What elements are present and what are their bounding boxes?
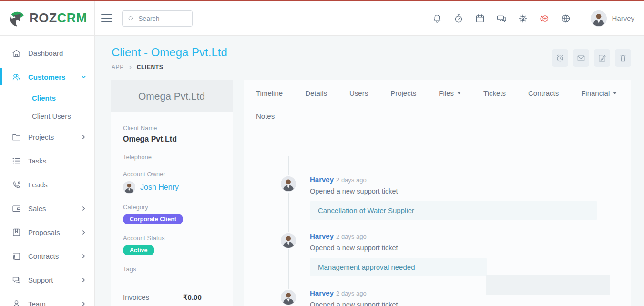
tab-contracts[interactable]: Contracts — [528, 89, 559, 97]
delete-button[interactable] — [615, 49, 631, 67]
app-header: ROZCRM Harvey — [0, 1, 644, 36]
sidebar: Dashboard Customers Clients Client Users… — [0, 36, 95, 306]
sidebar-item-customers[interactable]: Customers — [0, 65, 94, 89]
dropdown-caret-icon — [457, 92, 461, 94]
entry-action: Opened a new support ticket — [310, 187, 631, 195]
client-summary-card: Omega Pvt.Ltd Client Name Omega Pvt.Ltd … — [111, 80, 233, 306]
dropdown-caret-icon — [613, 92, 617, 94]
entry-user-link[interactable]: Harvey — [310, 289, 334, 297]
tab-projects[interactable]: Projects — [390, 89, 416, 97]
sidebar-item-contracts[interactable]: Contracts — [0, 244, 94, 268]
sidebar-item-proposals[interactable]: Proposals — [0, 220, 94, 244]
tasks-list-icon — [11, 156, 21, 166]
tab-financial[interactable]: Financial — [581, 89, 617, 97]
support-chat-icon — [11, 275, 21, 285]
breadcrumb-current: CLIENTS — [137, 64, 164, 71]
entry-time: 2 days ago — [336, 290, 367, 297]
customers-icon — [11, 72, 21, 82]
folder-icon — [11, 132, 21, 142]
status-badge: Active — [123, 245, 154, 255]
main-content: Client - Omega Pvt.Ltd APP CLIENTS — [95, 36, 644, 306]
proposal-book-icon — [11, 227, 21, 237]
invoices-label: Invoices — [123, 293, 149, 301]
user-avatar — [591, 10, 607, 27]
timer-icon[interactable] — [453, 13, 464, 24]
client-name-value: Omega Pvt.Ltd — [123, 135, 220, 143]
entry-action: Opened a new support ticket — [310, 244, 631, 252]
search-box[interactable] — [122, 10, 193, 27]
chevron-right-icon — [81, 277, 86, 283]
chevron-right-icon — [81, 301, 86, 306]
page-title: Client - Omega Pvt.Ltd — [112, 46, 227, 59]
invoices-value: ₹0.00 — [183, 293, 220, 306]
timeline-entry: Harvey2 days ago Opened a new support ti… — [244, 175, 631, 220]
tags-label: Tags — [123, 265, 220, 273]
entry-user-link[interactable]: Harvey — [310, 232, 334, 240]
tab-tickets[interactable]: Tickets — [483, 89, 506, 97]
language-globe-icon[interactable] — [561, 13, 571, 24]
account-owner-link[interactable]: Josh Henry — [123, 181, 220, 194]
home-icon — [11, 48, 21, 58]
phone-icon — [11, 180, 21, 190]
client-card-title: Omega Pvt.Ltd — [111, 80, 233, 112]
tab-bar: Timeline Details Users Projects Files Ti… — [244, 80, 631, 131]
user-name: Harvey — [612, 14, 634, 22]
empty-panel — [486, 275, 610, 295]
alarm-clock-icon — [555, 53, 565, 63]
edit-pencil-icon — [597, 53, 607, 63]
category-badge: Corporate Client — [123, 214, 183, 224]
sidebar-item-projects[interactable]: Projects — [0, 125, 94, 149]
tab-details[interactable]: Details — [305, 89, 327, 97]
menu-toggle-icon[interactable] — [101, 14, 112, 22]
sidebar-item-client-users[interactable]: Client Users — [0, 107, 94, 125]
edit-button[interactable] — [594, 49, 610, 67]
breadcrumb-root[interactable]: APP — [112, 64, 124, 71]
search-input[interactable] — [138, 15, 187, 22]
ticket-link[interactable]: Cancellation of Water Supplier — [310, 201, 597, 220]
messages-icon[interactable] — [496, 13, 507, 24]
settings-gear-icon[interactable] — [518, 13, 528, 24]
sidebar-item-sales[interactable]: Sales — [0, 196, 94, 220]
entry-user-link[interactable]: Harvey — [310, 175, 334, 184]
email-button[interactable] — [573, 49, 589, 67]
notifications-bell-icon[interactable] — [432, 13, 442, 24]
tab-timeline[interactable]: Timeline — [256, 89, 283, 97]
contract-doc-icon — [11, 251, 21, 261]
sidebar-item-support[interactable]: Support — [0, 268, 94, 292]
entry-time: 2 days ago — [336, 233, 367, 240]
category-label: Category — [123, 204, 220, 211]
chevron-down-icon — [81, 74, 86, 80]
telephone-label: Telephone — [123, 153, 220, 161]
trash-icon — [618, 53, 628, 63]
calendar-icon[interactable] — [475, 13, 485, 24]
breadcrumb-separator-icon — [128, 65, 133, 70]
entry-avatar — [280, 289, 297, 306]
entry-avatar — [280, 175, 297, 193]
account-owner-label: Account Owner — [123, 171, 220, 178]
ticket-link[interactable]: Management approval needed — [310, 258, 487, 276]
sidebar-item-tasks[interactable]: Tasks — [0, 149, 94, 173]
timeline-entry: Harvey2 days ago Opened a new support ti… — [244, 232, 631, 276]
sidebar-item-leads[interactable]: Leads — [0, 173, 94, 196]
owner-avatar — [123, 181, 135, 194]
account-status-label: Account Status — [123, 235, 220, 242]
client-detail-card: Timeline Details Users Projects Files Ti… — [244, 80, 631, 306]
logo-text: ROZCRM — [29, 11, 87, 26]
chevron-right-icon — [81, 206, 86, 211]
tab-files[interactable]: Files — [439, 89, 461, 97]
client-name-label: Client Name — [123, 124, 220, 132]
quick-add-icon[interactable] — [539, 13, 550, 24]
breadcrumb: APP CLIENTS — [112, 64, 227, 71]
tab-users[interactable]: Users — [349, 89, 368, 97]
user-menu[interactable]: Harvey — [581, 1, 644, 35]
reminder-button[interactable] — [552, 49, 568, 67]
sidebar-item-team[interactable]: Team — [0, 292, 94, 306]
tab-notes[interactable]: Notes — [256, 112, 275, 120]
sidebar-item-clients[interactable]: Clients — [0, 89, 94, 107]
chevron-right-icon — [81, 134, 86, 140]
sidebar-item-dashboard[interactable]: Dashboard — [0, 41, 94, 65]
search-icon — [128, 15, 134, 22]
invoices-row: Invoices ₹0.00 — [111, 283, 233, 306]
app-logo[interactable]: ROZCRM — [0, 1, 95, 35]
entry-time: 2 days ago — [336, 176, 367, 184]
